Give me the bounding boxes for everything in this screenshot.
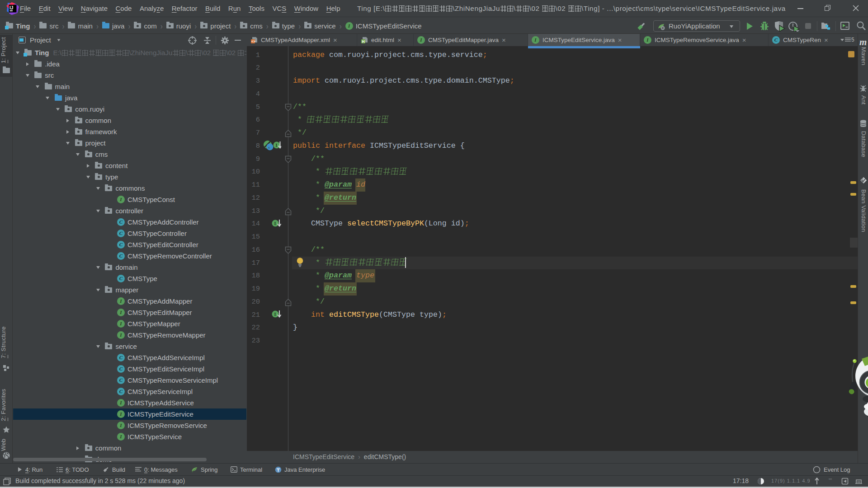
svg-text:<>: <> — [251, 40, 256, 43]
svg-text:I: I — [274, 221, 276, 226]
svg-text:H: H — [362, 39, 364, 43]
svg-text:IJ: IJ — [9, 5, 13, 10]
svg-text:I: I — [274, 312, 276, 317]
svg-text:c: c — [269, 145, 270, 150]
svg-text:I: I — [276, 143, 278, 148]
